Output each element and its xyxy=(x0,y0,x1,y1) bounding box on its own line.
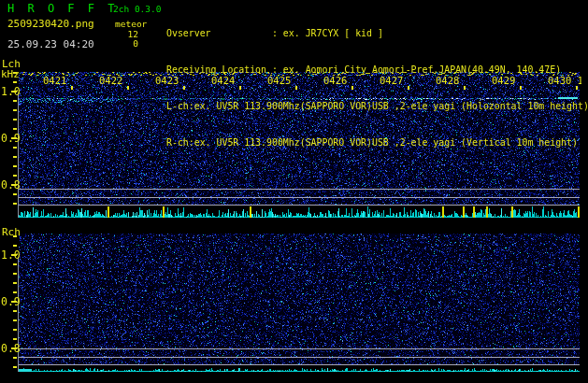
freq-tick-minor xyxy=(13,245,17,247)
freq-tick-major xyxy=(11,184,17,186)
freq-tick-minor xyxy=(13,193,17,195)
freq-tick-major xyxy=(11,301,17,303)
freq-tick-minor xyxy=(13,128,17,130)
freq-tick-minor xyxy=(13,81,17,83)
freq-tick-major xyxy=(11,348,17,349)
hrofft-window: H R O F F T 2ch 0.3.0 2509230420.png met… xyxy=(0,0,588,383)
freq-tick-minor xyxy=(13,100,17,102)
freq-tick-minor xyxy=(13,156,17,158)
freq-tick-major xyxy=(11,91,17,92)
freq-tick-minor xyxy=(13,291,17,293)
freq-tick-minor xyxy=(13,119,17,121)
app-title: H R O F F T xyxy=(7,2,118,15)
mode-label: meteor xyxy=(115,19,147,29)
rch-axis-label: Rch xyxy=(2,226,21,238)
freq-tick-minor xyxy=(13,109,17,111)
freq-tick-minor xyxy=(13,273,17,275)
freq-tick-minor xyxy=(13,175,17,177)
freq-tick-minor xyxy=(13,329,17,331)
header-info: Ovserver : ex. JR7CYX [ kid ] Receiving … xyxy=(166,3,588,173)
observer-line: Ovserver : ex. JR7CYX [ kid ] xyxy=(166,27,588,39)
freq-tick-minor xyxy=(13,310,17,312)
rch-config-line: R-ch:ex. UV5R 113.900Mhz(SAPPORO VOR)USB… xyxy=(166,136,588,149)
app-version: 2ch 0.3.0 xyxy=(113,4,161,14)
location-line: Receiving Location : ex. Aomori City Aom… xyxy=(166,64,588,76)
freq-tick-major xyxy=(11,137,17,139)
freq-tick-minor xyxy=(13,203,17,205)
timestamp: 25.09.23 04:20 xyxy=(7,38,94,50)
freq-tick-minor xyxy=(13,366,17,368)
long-echo-count: 0 xyxy=(110,38,138,49)
freq-tick-minor xyxy=(13,165,17,167)
freq-tick-minor xyxy=(13,147,17,149)
khz-unit-label: kHz xyxy=(1,68,20,80)
freq-tick-minor xyxy=(13,263,17,265)
freq-tick-major xyxy=(11,254,17,256)
freq-tick-minor xyxy=(13,282,17,284)
output-filename: 2509230420.png xyxy=(7,18,94,30)
freq-tick-minor xyxy=(13,357,17,359)
freq-tick-minor xyxy=(13,338,17,340)
lch-config-line: L-ch:ex. UV5R 113.900Mhz(SAPPORO VOR)USB… xyxy=(166,100,588,112)
freq-tick-minor xyxy=(13,319,17,321)
